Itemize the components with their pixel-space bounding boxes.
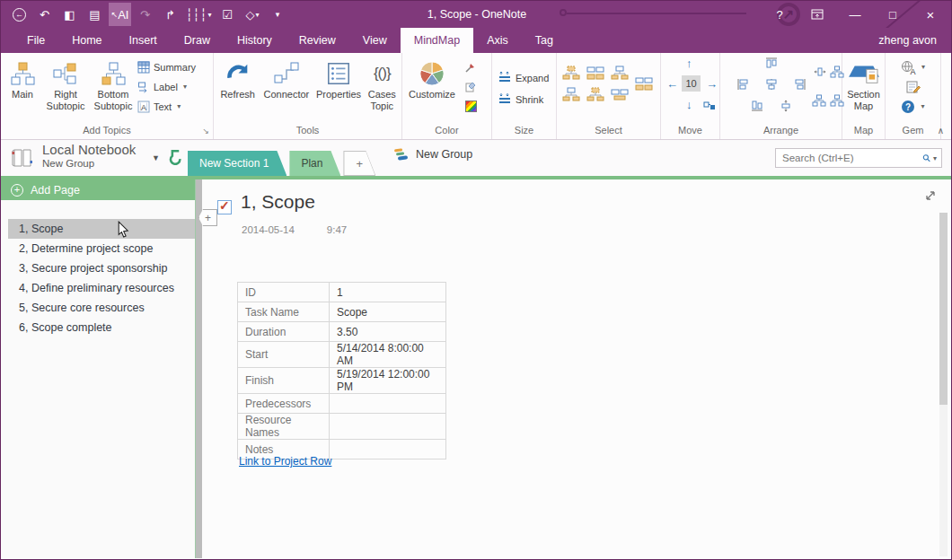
summary-button[interactable]: Summary xyxy=(137,58,209,75)
format-painter-button[interactable] xyxy=(464,78,477,95)
search-scope-dropdown-icon[interactable]: ▾ xyxy=(933,154,937,162)
page-item-3[interactable]: 3, Secure project sponsorship xyxy=(1,258,195,278)
gem-language-button[interactable]: ▾ xyxy=(901,58,925,75)
ribbon-display-options-button[interactable] xyxy=(798,2,836,27)
tab-view[interactable]: View xyxy=(349,28,401,53)
page-item-4[interactable]: 4, Define preliminary resources xyxy=(1,278,195,298)
select-pair-icon[interactable] xyxy=(635,76,653,91)
align-left-icon[interactable] xyxy=(736,78,749,91)
redo-icon[interactable]: ↷ xyxy=(134,3,156,26)
shapes-icon[interactable]: ◇▾ xyxy=(242,3,264,26)
search-icon[interactable] xyxy=(922,152,930,164)
undo-green-icon[interactable] xyxy=(166,148,183,165)
palette-button[interactable] xyxy=(465,98,477,115)
expand-button[interactable]: Expand xyxy=(498,69,549,86)
move-left-button[interactable]: ← xyxy=(666,77,678,91)
customize-color-button[interactable]: Customize xyxy=(404,55,460,123)
favorite-pen-icon[interactable]: ☑ xyxy=(216,3,239,26)
select-all-icon[interactable] xyxy=(611,87,629,101)
signed-in-user[interactable]: zheng avon xyxy=(878,28,937,53)
refresh-button[interactable]: Refresh xyxy=(216,55,260,123)
vertical-scrollbar[interactable] xyxy=(939,213,948,556)
arrange-tree-icon[interactable] xyxy=(830,66,844,78)
move-down-button[interactable]: ↓ xyxy=(686,98,692,111)
tab-file[interactable]: File xyxy=(13,28,58,53)
gem-edit-button[interactable] xyxy=(906,78,921,95)
select-children-icon[interactable] xyxy=(586,66,604,80)
gem-help-button[interactable]: ▾ xyxy=(901,98,924,115)
select-branch-icon[interactable] xyxy=(611,66,629,80)
collapse-ribbon-icon[interactable]: ∧ xyxy=(938,126,944,136)
arrange-subtree-right-icon[interactable] xyxy=(830,94,844,107)
label-button[interactable]: Label▾ xyxy=(137,78,209,95)
maximize-button[interactable]: □ xyxy=(874,2,912,27)
move-up-button[interactable]: ↑ xyxy=(686,57,692,70)
page-item-2[interactable]: 2, Determine project scope xyxy=(1,239,195,258)
align-top-icon[interactable] xyxy=(765,57,778,69)
cases-topic-button[interactable]: {()} Cases Topic xyxy=(365,55,400,123)
section-group-icon xyxy=(393,148,410,161)
text-button[interactable]: Text▾ xyxy=(137,98,209,115)
align-right-icon[interactable] xyxy=(794,78,807,91)
cases-topic-icon: {()} xyxy=(374,65,391,83)
check-icon: ✓ xyxy=(219,198,230,213)
tab-axis[interactable]: Axis xyxy=(473,28,522,53)
page-view-icon[interactable]: ▤ xyxy=(84,3,106,26)
right-subtopic-button[interactable]: Right Subtopic xyxy=(42,55,89,123)
pens-icon[interactable]: ┆┆┆▾ xyxy=(184,3,214,26)
page-title[interactable]: 1, Scope xyxy=(241,191,315,213)
tab-draw[interactable]: Draw xyxy=(171,28,224,53)
main-topic-button[interactable]: Main xyxy=(3,55,42,123)
search-input[interactable] xyxy=(780,152,922,164)
select-level-icon[interactable] xyxy=(562,87,580,101)
section-tab-plan[interactable]: Plan xyxy=(289,151,340,176)
tab-home[interactable]: Home xyxy=(58,28,115,53)
page-item-1[interactable]: 1, Scope xyxy=(8,219,195,239)
task-checkbox[interactable]: ✓ xyxy=(217,200,232,214)
tab-review[interactable]: Review xyxy=(286,28,349,53)
select-siblings-icon[interactable] xyxy=(586,87,604,101)
align-center-icon[interactable] xyxy=(765,78,778,91)
arrange-subtree-left-icon[interactable] xyxy=(812,94,826,107)
distribute-horizontal-icon[interactable] xyxy=(814,66,826,78)
align-bottom-icon[interactable] xyxy=(751,100,763,112)
new-group-button[interactable]: New Group xyxy=(393,148,472,161)
eyedropper-button[interactable] xyxy=(464,58,477,75)
shrink-button[interactable]: Shrink xyxy=(498,91,543,108)
page-item-5[interactable]: 5, Secure core resources xyxy=(1,298,195,318)
scrollbar-thumb[interactable] xyxy=(939,213,948,405)
help-button[interactable]: ? xyxy=(761,2,798,27)
full-page-view-icon[interactable] xyxy=(925,188,936,205)
sidebar-splitter[interactable] xyxy=(195,179,202,558)
undo-icon[interactable]: ↶ xyxy=(33,3,56,26)
connector-button[interactable]: Connector xyxy=(260,55,313,123)
dock-page-icon[interactable]: ◧ xyxy=(58,3,81,26)
section-map-button[interactable]: Section Map xyxy=(844,55,883,123)
bottom-subtopic-button[interactable]: Bottom Subtopic xyxy=(89,55,137,123)
tab-tag[interactable]: Tag xyxy=(522,28,567,53)
back-icon[interactable]: ← xyxy=(8,3,31,26)
dialog-launcher-icon[interactable]: ↘ xyxy=(202,125,209,138)
select-topic-icon[interactable] xyxy=(562,66,580,80)
more-commands-icon[interactable]: ▾ xyxy=(267,3,289,26)
page-item-6[interactable]: 6, Scope complete xyxy=(1,318,195,337)
tab-history[interactable]: History xyxy=(224,28,286,53)
properties-button[interactable]: Properties xyxy=(313,55,364,123)
notebook-switcher[interactable]: Local Notebook New Group xyxy=(42,142,136,170)
section-tab-new-section-1[interactable]: New Section 1 xyxy=(188,151,286,176)
move-step-value[interactable]: 10 xyxy=(682,75,701,92)
move-link-icon[interactable] xyxy=(703,101,716,111)
tab-mindmap[interactable]: MindMap xyxy=(401,28,473,53)
move-right-button[interactable]: → xyxy=(706,77,718,91)
lasso-select-icon[interactable]: ↱ xyxy=(159,3,181,26)
minimize-button[interactable]: — xyxy=(836,2,874,27)
select-type-ai-icon[interactable]: ↖AI xyxy=(109,3,131,26)
tab-insert[interactable]: Insert xyxy=(116,28,171,53)
close-button[interactable]: × xyxy=(912,2,949,27)
align-middle-icon[interactable] xyxy=(780,100,792,112)
add-page-button[interactable]: + Add Page xyxy=(1,179,195,200)
notebook-dropdown-icon[interactable]: ▼ xyxy=(152,153,160,162)
link-to-project-row[interactable]: Link to Project Row xyxy=(239,455,331,468)
add-section-tab[interactable]: + xyxy=(343,151,375,176)
page-collapse-tag[interactable]: + xyxy=(198,209,217,226)
